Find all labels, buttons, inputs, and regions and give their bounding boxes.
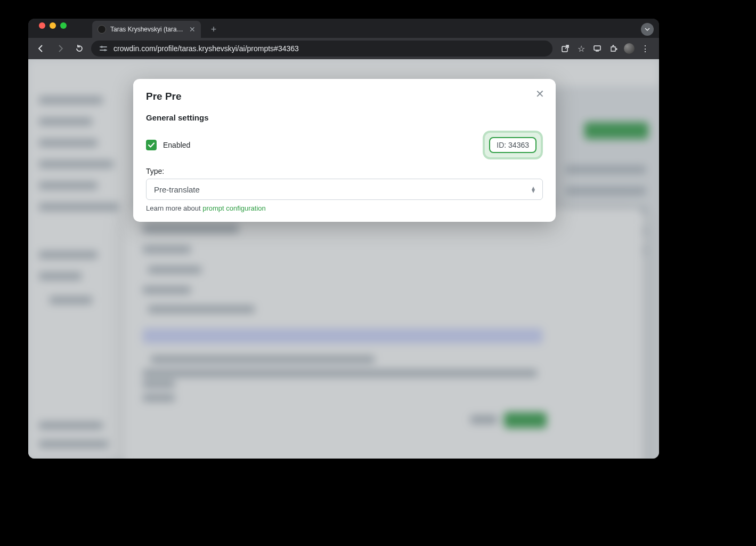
enabled-checkbox-wrap: Enabled bbox=[146, 140, 190, 150]
reload-button[interactable] bbox=[72, 41, 87, 56]
address-bar[interactable]: crowdin.com/profile/taras.kryshevskyi/ai… bbox=[91, 41, 552, 57]
browser-tab[interactable]: Taras Kryshevskyi (taras.krys ✕ bbox=[92, 21, 201, 38]
check-icon bbox=[148, 141, 155, 149]
new-tab-button[interactable]: + bbox=[206, 22, 221, 37]
enabled-checkbox[interactable] bbox=[146, 140, 157, 150]
modal-title: Pre Pre bbox=[146, 91, 543, 102]
open-external-icon[interactable] bbox=[560, 43, 571, 54]
id-highlight: ID: 34363 bbox=[483, 131, 543, 159]
menu-icon[interactable]: ⋮ bbox=[640, 43, 651, 54]
svg-point-2 bbox=[101, 46, 103, 48]
tab-overflow-button[interactable] bbox=[641, 23, 654, 36]
profile-avatar[interactable] bbox=[624, 43, 635, 54]
section-heading: General settings bbox=[146, 113, 543, 122]
forward-button[interactable] bbox=[53, 41, 68, 56]
helper-text: Learn more about prompt configuration bbox=[146, 204, 543, 212]
helper-prefix: Learn more about bbox=[146, 204, 202, 212]
maximize-window-button[interactable] bbox=[60, 22, 67, 29]
toolbar-actions: ☆ ⋮ bbox=[557, 43, 654, 54]
tab-title: Taras Kryshevskyi (taras.krys bbox=[110, 26, 185, 33]
enabled-label: Enabled bbox=[163, 141, 190, 149]
minimize-window-button[interactable] bbox=[50, 22, 56, 29]
type-select[interactable]: Pre-translate ▴▾ bbox=[146, 179, 543, 200]
close-window-button[interactable] bbox=[39, 22, 45, 29]
type-select-value: Pre-translate bbox=[154, 185, 200, 194]
toolbar: crowdin.com/profile/taras.kryshevskyi/ai… bbox=[28, 38, 659, 59]
svg-point-3 bbox=[104, 49, 106, 51]
tab-bar: Taras Kryshevskyi (taras.krys ✕ + bbox=[28, 19, 659, 38]
window-controls bbox=[35, 22, 71, 34]
bookmark-icon[interactable]: ☆ bbox=[576, 43, 587, 54]
device-icon[interactable] bbox=[592, 43, 603, 54]
extensions-icon[interactable] bbox=[608, 43, 619, 54]
site-info-icon[interactable] bbox=[99, 44, 108, 53]
close-icon[interactable]: ✕ bbox=[533, 87, 546, 100]
favicon-icon bbox=[97, 25, 106, 34]
page-content: Pre Pre ✕ General settings Enabled ID: 3… bbox=[28, 59, 659, 459]
chevron-updown-icon: ▴▾ bbox=[532, 186, 535, 192]
id-badge: ID: 34363 bbox=[489, 137, 536, 153]
prompt-settings-modal: Pre Pre ✕ General settings Enabled ID: 3… bbox=[133, 79, 556, 222]
url-text: crowdin.com/profile/taras.kryshevskyi/ai… bbox=[113, 44, 299, 53]
enabled-row: Enabled ID: 34363 bbox=[146, 131, 543, 159]
svg-rect-5 bbox=[594, 46, 600, 50]
tab-close-icon[interactable]: ✕ bbox=[189, 25, 196, 34]
back-button[interactable] bbox=[34, 41, 48, 56]
helper-link[interactable]: prompt configuration bbox=[202, 204, 266, 212]
svg-rect-6 bbox=[596, 51, 599, 52]
type-label: Type: bbox=[146, 167, 543, 175]
browser-window: Taras Kryshevskyi (taras.krys ✕ + crowdi… bbox=[28, 19, 659, 459]
